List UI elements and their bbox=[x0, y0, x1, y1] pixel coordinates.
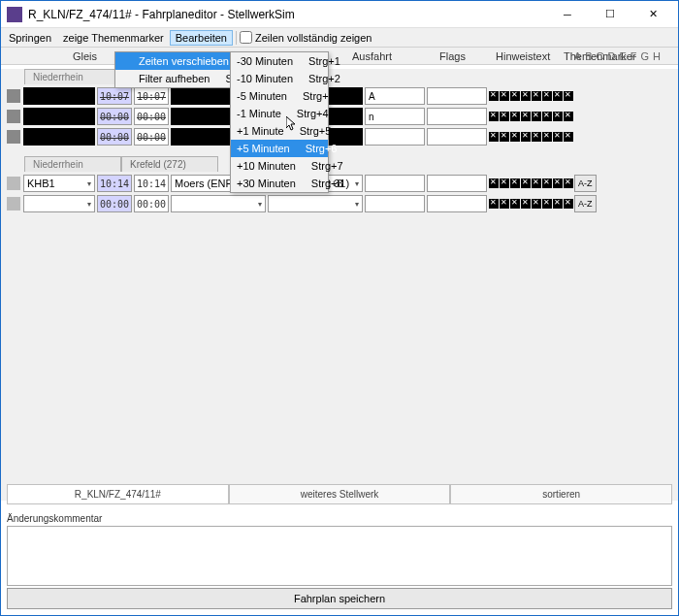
gleis-combo[interactable]: ▾ bbox=[23, 195, 95, 212]
submenu-item[interactable]: -5 MinutenStrg+3 bbox=[231, 87, 328, 105]
time1-cell[interactable]: 00:00 bbox=[97, 128, 132, 146]
shift-submenu: -30 MinutenStrg+1 -10 MinutenStrg+2 -5 M… bbox=[230, 51, 329, 193]
flag-cell[interactable]: n bbox=[365, 108, 425, 125]
gleis-cell[interactable] bbox=[23, 108, 95, 125]
gleis-cell[interactable] bbox=[23, 128, 95, 146]
time2-cell[interactable]: 00:00 bbox=[134, 195, 169, 212]
hint-cell[interactable] bbox=[427, 87, 487, 105]
flag-cell[interactable] bbox=[365, 175, 425, 192]
titlebar: R_KLN/FZ_474/11# - Fahrplaneditor - Stel… bbox=[1, 1, 678, 28]
time2-cell[interactable]: 00:00 bbox=[134, 108, 169, 125]
time2-cell[interactable]: 10:07 bbox=[134, 87, 169, 105]
table-row: 10:07 10:07 A bbox=[7, 86, 672, 106]
section2-tabs: Niederrhein Krefeld (272) bbox=[24, 156, 678, 172]
time1-cell[interactable]: 10:07 bbox=[97, 87, 132, 105]
col-gleis: Gleis bbox=[73, 50, 97, 62]
menu-clear-filter[interactable]: Filter aufhebenStrg+D bbox=[115, 70, 230, 87]
submenu-item[interactable]: +1 MinuteStrg+5 bbox=[231, 122, 328, 140]
menu-springen[interactable]: Springen bbox=[3, 30, 57, 46]
combo1[interactable]: ▾ bbox=[171, 195, 266, 212]
marker-cells[interactable] bbox=[488, 199, 573, 209]
row-selector[interactable] bbox=[7, 130, 20, 144]
time1-cell[interactable]: 00:00 bbox=[97, 195, 132, 212]
flag-cell[interactable] bbox=[365, 195, 425, 212]
edit-dropdown: Zeiten verschieben▸ Filter aufhebenStrg+… bbox=[114, 51, 231, 88]
submenu-item-hover[interactable]: +5 MinutenStrg+6 bbox=[231, 140, 328, 157]
hint-cell[interactable] bbox=[427, 195, 487, 212]
marker-letters: ABCDEFGH bbox=[574, 50, 661, 62]
table-row: 00:00 00:00 n bbox=[7, 107, 672, 126]
menu-separator bbox=[236, 31, 237, 45]
tab-niederrhein-1[interactable]: Niederrhein bbox=[24, 69, 121, 84]
col-hinweistext: Hinweistext bbox=[496, 50, 550, 62]
section1-grid: 10:07 10:07 A 00:00 00:00 n 00:00 00:00 bbox=[7, 86, 672, 146]
marker-cells[interactable] bbox=[488, 112, 573, 121]
marker-cells[interactable] bbox=[488, 178, 573, 188]
submenu-item[interactable]: -30 MinutenStrg+1 bbox=[231, 52, 328, 70]
row-selector[interactable] bbox=[7, 110, 20, 123]
marker-cells[interactable] bbox=[488, 132, 573, 142]
menu-bearbeiten[interactable]: Bearbeiten bbox=[170, 30, 233, 46]
checkbox-full-rows[interactable]: Zeilen vollständig zeigen bbox=[240, 31, 372, 44]
hint-cell[interactable] bbox=[427, 108, 487, 125]
window-title: R_KLN/FZ_474/11# - Fahrplaneditor - Stel… bbox=[28, 8, 546, 21]
submenu-item[interactable]: +30 MinutenStrg+8 bbox=[231, 175, 328, 192]
gleis-combo[interactable]: KHB1▾ bbox=[23, 175, 95, 192]
time2-cell[interactable]: 10:14 bbox=[134, 175, 169, 192]
minimize-button[interactable]: ─ bbox=[546, 1, 589, 28]
comment-section: Änderungskommentar bbox=[7, 513, 672, 586]
time2-cell[interactable]: 00:00 bbox=[134, 128, 169, 146]
bottom-tabs: R_KLN/FZ_474/11# weiteres Stellwerk sort… bbox=[7, 484, 672, 504]
checkbox-input[interactable] bbox=[240, 31, 252, 44]
menubar: Springen zeige Themenmarker Bearbeiten Z… bbox=[1, 28, 678, 48]
chevron-down-icon: ▾ bbox=[87, 200, 91, 209]
col-flags: Flags bbox=[439, 50, 466, 62]
time1-cell[interactable]: 10:14 bbox=[97, 175, 132, 192]
chevron-down-icon: ▾ bbox=[355, 200, 359, 209]
az-button[interactable]: A-Z bbox=[574, 175, 597, 192]
app-icon bbox=[7, 7, 22, 22]
table-row: ▾ 00:00 00:00 ▾ ▾ A-Z bbox=[7, 194, 672, 213]
chevron-down-icon: ▾ bbox=[87, 179, 91, 188]
tab-other-stellwerk[interactable]: weiteres Stellwerk bbox=[229, 485, 451, 504]
menu-themenmarker[interactable]: zeige Themenmarker bbox=[57, 30, 170, 46]
time1-cell[interactable]: 00:00 bbox=[97, 108, 132, 125]
comment-label: Änderungskommentar bbox=[7, 513, 672, 524]
menu-shift-times[interactable]: Zeiten verschieben▸ bbox=[115, 52, 230, 70]
col-ausfahrt: Ausfahrt bbox=[352, 50, 392, 62]
chevron-down-icon: ▾ bbox=[355, 179, 359, 188]
tab-current[interactable]: R_KLN/FZ_474/11# bbox=[7, 485, 229, 504]
submenu-item[interactable]: -10 MinutenStrg+2 bbox=[231, 70, 328, 87]
flag-cell[interactable]: A bbox=[365, 87, 425, 105]
row-selector[interactable] bbox=[7, 177, 20, 190]
marker-cells[interactable] bbox=[488, 91, 573, 101]
hint-cell[interactable] bbox=[427, 128, 487, 146]
flag-cell[interactable] bbox=[365, 128, 425, 146]
checkbox-label: Zeilen vollständig zeigen bbox=[255, 32, 372, 44]
submenu-item[interactable]: +10 MinutenStrg+7 bbox=[231, 157, 328, 175]
gleis-cell[interactable] bbox=[23, 87, 95, 105]
close-button[interactable]: ✕ bbox=[631, 1, 674, 28]
az-button[interactable]: A-Z bbox=[574, 195, 597, 212]
chevron-down-icon: ▾ bbox=[258, 200, 262, 209]
save-button[interactable]: Fahrplan speichern bbox=[7, 588, 672, 609]
comment-textarea[interactable] bbox=[7, 526, 672, 586]
tab-sort[interactable]: sortieren bbox=[450, 485, 672, 504]
tab-niederrhein-2[interactable]: Niederrhein bbox=[24, 156, 121, 172]
content-area: Niederrhein Moers (407) 10:07 10:07 A 00… bbox=[1, 69, 678, 501]
tab-krefeld[interactable]: Krefeld (272) bbox=[121, 156, 218, 172]
combo2[interactable]: ▾ bbox=[268, 195, 363, 212]
maximize-button[interactable]: ☐ bbox=[589, 1, 631, 28]
hint-cell[interactable] bbox=[427, 175, 487, 192]
table-row: 00:00 00:00 bbox=[7, 127, 672, 146]
submenu-item[interactable]: -1 MinuteStrg+4 bbox=[231, 105, 328, 122]
row-selector[interactable] bbox=[7, 89, 20, 103]
row-selector[interactable] bbox=[7, 197, 20, 211]
